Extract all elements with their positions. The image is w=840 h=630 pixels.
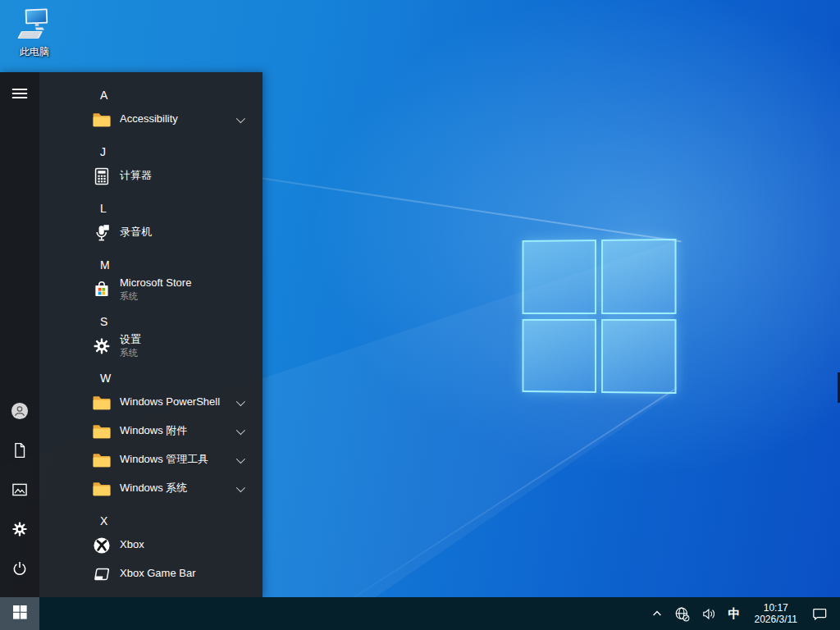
app-sublabel: 系统 xyxy=(120,348,141,358)
start-menu-item-xbox-game-bar[interactable]: Xbox Game Bar xyxy=(39,559,262,588)
start-menu-item-windows-附件[interactable]: Windows 附件 xyxy=(39,417,262,445)
section-header-x[interactable]: X xyxy=(39,503,262,531)
section-letter: S xyxy=(100,315,107,328)
desktop[interactable]: 此电脑 AAccessibilityJ计算器L录音机MMicrosoft Sto… xyxy=(0,0,840,630)
user-button[interactable] xyxy=(3,396,36,429)
network-status-button[interactable] xyxy=(670,597,694,630)
folder-icon xyxy=(92,422,112,441)
user-icon xyxy=(11,402,29,423)
start-menu-rail xyxy=(0,72,39,597)
wallpaper-windows-logo xyxy=(523,239,677,394)
windows-start-icon xyxy=(13,605,27,622)
section-letter: X xyxy=(100,514,107,527)
action-center-icon xyxy=(811,605,828,622)
gear-icon xyxy=(92,336,112,356)
store-icon xyxy=(92,280,112,299)
settings-button[interactable] xyxy=(3,514,36,547)
microphone-icon xyxy=(92,223,112,243)
start-menu-item-xbox[interactable]: Xbox xyxy=(39,531,262,559)
folder-icon xyxy=(92,479,112,499)
start-menu-item-windows-powershell[interactable]: Windows PowerShell xyxy=(39,388,262,417)
xbox-icon xyxy=(92,536,112,555)
app-text: 设置系统 xyxy=(120,334,141,357)
app-text: 计算器 xyxy=(120,170,152,181)
chevron-up-icon xyxy=(651,608,663,619)
ime-indicator[interactable]: 中 xyxy=(724,597,745,630)
start-menu-item-accessibility[interactable]: Accessibility xyxy=(39,105,262,134)
chevron-down-icon[interactable] xyxy=(236,425,245,434)
app-label: Xbox xyxy=(120,539,144,550)
section-header-s[interactable]: S xyxy=(39,304,262,331)
start-menu-item-windows-系统[interactable]: Windows 系统 xyxy=(39,474,262,503)
section-letter: W xyxy=(100,372,111,385)
taskbar-empty-area[interactable] xyxy=(39,597,647,630)
settings-icon xyxy=(11,520,29,541)
documents-button[interactable] xyxy=(3,436,36,468)
app-label: Windows 附件 xyxy=(120,425,187,436)
start-menu-item-录音机[interactable]: 录音机 xyxy=(39,218,262,247)
app-label: Accessibility xyxy=(120,113,178,125)
app-label: Windows 管理工具 xyxy=(120,454,208,465)
hamburger-icon xyxy=(11,84,29,106)
wallpaper-light-ray xyxy=(304,387,677,630)
app-text: Xbox Game Bar xyxy=(120,568,196,579)
app-text: Microsoft Store系统 xyxy=(120,277,191,300)
chevron-down-icon[interactable] xyxy=(236,396,245,405)
section-header-m[interactable]: M xyxy=(39,247,262,275)
start-menu-item-计算器[interactable]: 计算器 xyxy=(39,162,262,190)
calculator-icon xyxy=(92,167,112,186)
hamburger-button[interactable] xyxy=(3,79,36,112)
section-letter: L xyxy=(100,202,107,215)
app-text: Xbox xyxy=(120,539,144,550)
rail-bottom-group xyxy=(3,396,36,587)
section-letter: M xyxy=(100,258,110,272)
section-header-w[interactable]: W xyxy=(39,360,262,388)
app-label: Windows 系统 xyxy=(120,482,187,494)
show-hidden-icons-button[interactable] xyxy=(647,597,667,630)
pictures-icon xyxy=(11,481,29,502)
windows-logo-pane xyxy=(600,239,676,314)
app-text: Windows 附件 xyxy=(120,425,187,436)
action-center-button[interactable] xyxy=(807,597,832,630)
app-text: Windows 系统 xyxy=(120,482,187,494)
start-menu-app-list: AAccessibilityJ计算器L录音机MMicrosoft Store系统… xyxy=(39,72,262,597)
chevron-down-icon[interactable] xyxy=(236,454,245,463)
windows-logo-pane xyxy=(523,240,596,314)
start-button[interactable] xyxy=(0,597,39,630)
start-menu-item-windows-管理工具[interactable]: Windows 管理工具 xyxy=(39,445,262,474)
taskbar-clock[interactable]: 10:17 2026/3/11 xyxy=(748,602,805,625)
section-header-j[interactable]: J xyxy=(39,134,262,162)
chevron-down-icon[interactable] xyxy=(236,113,245,122)
this-pc-icon[interactable]: 此电脑 xyxy=(8,7,61,59)
folder-icon xyxy=(92,393,112,413)
app-text: Windows PowerShell xyxy=(120,396,220,408)
app-label: Microsoft Store xyxy=(120,277,191,289)
speaker-icon xyxy=(701,606,717,622)
section-header-a[interactable]: A xyxy=(39,77,262,105)
chevron-down-icon[interactable] xyxy=(236,482,245,491)
system-tray: 中 10:17 2026/3/11 xyxy=(647,597,840,630)
app-label: Xbox Game Bar xyxy=(120,568,196,579)
section-letter: J xyxy=(100,145,106,158)
start-menu-item-microsoft-store[interactable]: Microsoft Store系统 xyxy=(39,275,262,304)
documents-icon xyxy=(11,441,29,463)
app-label: 设置 xyxy=(120,334,141,345)
computer-icon xyxy=(15,7,54,44)
windows-logo-pane xyxy=(523,318,596,393)
app-label: 计算器 xyxy=(120,170,152,181)
app-sublabel: 系统 xyxy=(120,291,191,301)
globe-no-internet-icon xyxy=(674,606,690,622)
app-text: 录音机 xyxy=(120,226,152,238)
volume-button[interactable] xyxy=(697,597,721,630)
app-text: Windows 管理工具 xyxy=(120,454,208,465)
start-menu-item-设置[interactable]: 设置系统 xyxy=(39,331,262,360)
folder-icon xyxy=(92,450,112,470)
section-header-l[interactable]: L xyxy=(39,190,262,218)
app-label: 录音机 xyxy=(120,226,152,238)
taskbar: 中 10:17 2026/3/11 xyxy=(0,597,840,630)
power-icon xyxy=(11,559,29,581)
pictures-button[interactable] xyxy=(3,475,36,508)
app-text: Accessibility xyxy=(120,113,178,125)
power-button[interactable] xyxy=(3,554,36,587)
app-label: Windows PowerShell xyxy=(120,396,220,408)
